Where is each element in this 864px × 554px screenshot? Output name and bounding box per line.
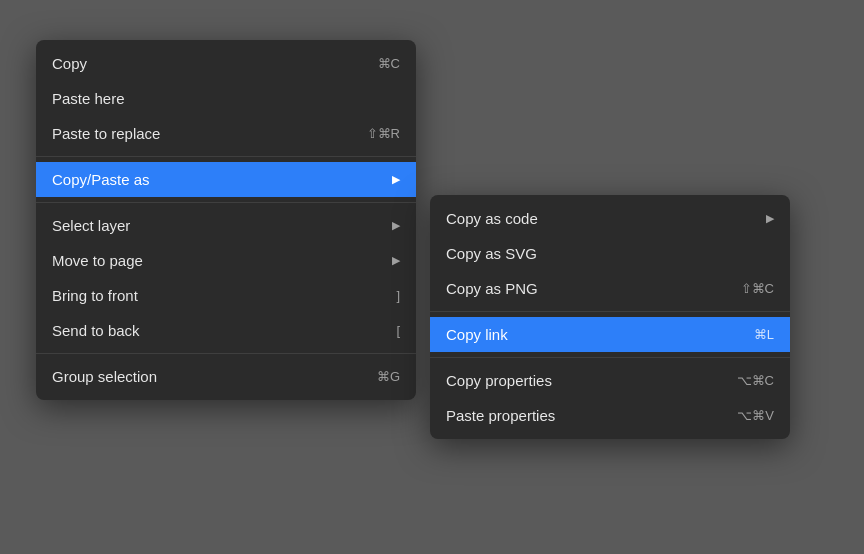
menu-item-label: Paste here <box>52 90 400 107</box>
menu-item-shortcut: ⌥⌘C <box>737 373 774 388</box>
menu-item-shortcut: ] <box>396 288 400 303</box>
menu-item-shortcut: ⌘L <box>754 327 774 342</box>
submenu-arrow-icon: ▶ <box>392 219 400 232</box>
menu-item-label: Bring to front <box>52 287 356 304</box>
submenu-arrow-icon: ▶ <box>766 212 774 225</box>
menu-item-label: Paste properties <box>446 407 697 424</box>
menu-item-label: Copy link <box>446 326 714 343</box>
menu-item-label: Copy <box>52 55 338 72</box>
menu-item-copy-as-png[interactable]: Copy as PNG⇧⌘C <box>430 271 790 306</box>
menu-divider <box>36 202 416 203</box>
menu-item-label: Group selection <box>52 368 337 385</box>
menu-item-shortcut: ⇧⌘C <box>741 281 774 296</box>
menu-divider <box>36 353 416 354</box>
menu-item-paste-properties[interactable]: Paste properties⌥⌘V <box>430 398 790 433</box>
menu-item-copy-as-svg[interactable]: Copy as SVG <box>430 236 790 271</box>
menu-item-shortcut: ⌘C <box>378 56 400 71</box>
menu-item-label: Send to back <box>52 322 356 339</box>
menu-item-group-selection[interactable]: Group selection⌘G <box>36 359 416 394</box>
menu-item-label: Paste to replace <box>52 125 327 142</box>
main-context-menu: Copy⌘CPaste herePaste to replace⇧⌘RCopy/… <box>36 40 416 400</box>
menu-item-bring-to-front[interactable]: Bring to front] <box>36 278 416 313</box>
menu-item-shortcut: ⌥⌘V <box>737 408 774 423</box>
submenu-arrow-icon: ▶ <box>392 173 400 186</box>
submenu-arrow-icon: ▶ <box>392 254 400 267</box>
menu-item-copy-paste-as[interactable]: Copy/Paste as▶ <box>36 162 416 197</box>
menu-item-shortcut: [ <box>396 323 400 338</box>
menu-item-label: Copy/Paste as <box>52 171 382 188</box>
menu-item-shortcut: ⌘G <box>377 369 400 384</box>
menu-divider <box>36 156 416 157</box>
menu-item-label: Copy as PNG <box>446 280 701 297</box>
menu-item-copy-properties[interactable]: Copy properties⌥⌘C <box>430 363 790 398</box>
menu-item-copy[interactable]: Copy⌘C <box>36 46 416 81</box>
menu-item-label: Copy as SVG <box>446 245 774 262</box>
menu-item-copy-link[interactable]: Copy link⌘L <box>430 317 790 352</box>
menu-item-move-to-page[interactable]: Move to page▶ <box>36 243 416 278</box>
menu-item-paste-here[interactable]: Paste here <box>36 81 416 116</box>
sub-context-menu: Copy as code▶Copy as SVGCopy as PNG⇧⌘CCo… <box>430 195 790 439</box>
menu-item-paste-to-replace[interactable]: Paste to replace⇧⌘R <box>36 116 416 151</box>
menu-item-label: Select layer <box>52 217 382 234</box>
menu-divider <box>430 311 790 312</box>
menu-item-label: Move to page <box>52 252 382 269</box>
menu-item-label: Copy as code <box>446 210 756 227</box>
menu-item-shortcut: ⇧⌘R <box>367 126 400 141</box>
menu-item-copy-as-code[interactable]: Copy as code▶ <box>430 201 790 236</box>
menu-divider <box>430 357 790 358</box>
menu-item-send-to-back[interactable]: Send to back[ <box>36 313 416 348</box>
menu-item-label: Copy properties <box>446 372 697 389</box>
menu-item-select-layer[interactable]: Select layer▶ <box>36 208 416 243</box>
